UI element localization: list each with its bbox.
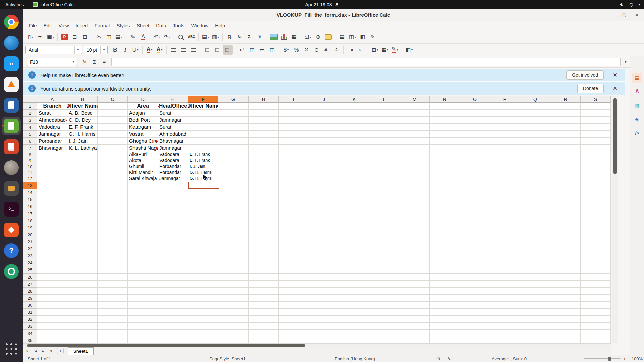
fill-handle[interactable] (217, 187, 219, 190)
copy-button[interactable]: ◫ (104, 32, 114, 42)
cell-A2[interactable]: Surat (37, 110, 67, 117)
software-icon[interactable] (2, 221, 21, 239)
vertical-scrollbar-thumb[interactable] (613, 98, 617, 174)
format-as-number-button[interactable]: 00 (302, 45, 311, 55)
align-left-button[interactable] (169, 45, 178, 55)
select-function-button[interactable]: Σ (90, 58, 99, 66)
cell-B3[interactable]: C. D. Dey (67, 117, 98, 124)
zoom-in-button[interactable]: + (623, 355, 626, 362)
cell-D2[interactable]: Adajan (128, 110, 158, 117)
conditional-formatting-button[interactable]: ◧▾ (404, 45, 414, 55)
cell-E3[interactable]: Jamnagar (158, 117, 188, 124)
insert-comment-button[interactable] (323, 32, 333, 42)
menu-tools[interactable]: Tools (170, 22, 188, 30)
spelling-button[interactable]: ABC (186, 32, 196, 42)
column-header-J[interactable]: J (309, 96, 339, 103)
cell-F8[interactable]: E. F. Frank (188, 152, 218, 158)
column-header-O[interactable]: O (460, 96, 490, 103)
column-header-H[interactable]: H (249, 96, 279, 103)
row-header-1[interactable]: 1 (23, 103, 37, 110)
cell-D6[interactable]: Ghogha Circle (128, 138, 158, 145)
titlebar[interactable]: VLOOKUP_Fill_the_form.xlsx - LibreOffice… (23, 9, 644, 21)
cell-A4[interactable]: Vadodara (37, 124, 67, 131)
cell-D9[interactable]: Akota (128, 158, 158, 164)
delete-decimal-place-button[interactable]: .0- (332, 45, 341, 55)
decrease-indent-button[interactable]: ⇤ (356, 45, 366, 55)
cell-A1[interactable]: Branch (37, 103, 67, 110)
selection-mode-icon[interactable]: ⊞ (436, 355, 440, 362)
column-header-Q[interactable]: Q (520, 96, 550, 103)
cell-E12[interactable]: Jamnagar (158, 176, 188, 182)
row-header-31[interactable]: 31 (23, 309, 37, 316)
print-button[interactable]: ⊟ (70, 32, 79, 42)
insert-special-character-button[interactable]: Ω▾ (303, 32, 313, 42)
menu-edit[interactable]: Edit (40, 22, 55, 30)
select-all-corner[interactable] (23, 96, 37, 103)
average-sum-status[interactable]: Average: ; Sum: 0 (452, 355, 566, 362)
cell-E4[interactable]: Surat (158, 124, 188, 131)
row-header-6[interactable]: 6 (23, 138, 37, 145)
add-sheet-button[interactable]: + (57, 348, 64, 354)
cell-D5[interactable]: Vastral (128, 131, 158, 138)
clone-formatting-button[interactable]: ✎ (128, 32, 138, 42)
styles-icon[interactable]: A (632, 86, 642, 97)
cell-B2[interactable]: A. B. Bose (67, 110, 98, 117)
sort-descending-button[interactable]: Z↓ (245, 32, 255, 42)
row-header-4[interactable]: 4 (23, 124, 37, 131)
navigator-icon[interactable]: ◈ (632, 114, 642, 124)
zoom-thumb[interactable] (608, 357, 611, 361)
power-icon[interactable] (629, 2, 634, 7)
row-header-34[interactable]: 34 (23, 330, 37, 337)
open-button[interactable]: ▱▾ (36, 32, 45, 42)
column-header-N[interactable]: N (430, 96, 460, 103)
wrap-text-button[interactable]: ↵ (237, 45, 247, 55)
cell-A7[interactable]: Bhavnagar (37, 145, 67, 152)
next-sheet-button[interactable]: ▸ (40, 348, 46, 354)
row-header-26[interactable]: 26 (23, 274, 37, 281)
row-header-15[interactable]: 15 (23, 196, 37, 203)
horizontal-scrollbar-thumb[interactable] (27, 344, 305, 347)
zoom-track[interactable] (584, 358, 621, 359)
split-window-button[interactable]: ◧ (358, 32, 367, 42)
calc-icon[interactable] (2, 117, 21, 135)
cell-D7[interactable]: Shashti Nagar (128, 145, 158, 152)
rows-button[interactable]: ▤▾ (201, 32, 210, 42)
cell-A3[interactable]: Ahmedabad (37, 117, 67, 124)
sort-ascending-button[interactable]: A↓ (235, 32, 245, 42)
row-header-7[interactable]: 7 (23, 145, 37, 152)
insert-hyperlink-button[interactable]: ⊕ (313, 32, 323, 42)
help-icon[interactable] (2, 241, 21, 260)
cell-E9[interactable]: Vadodara (158, 158, 188, 164)
menu-insert[interactable]: Insert (72, 22, 91, 30)
cell-E8[interactable]: Vadodara (158, 152, 188, 158)
cell-B7[interactable]: K. L. Lathiya (67, 145, 98, 152)
insert-chart-button[interactable] (279, 32, 289, 42)
row-header-22[interactable]: 22 (23, 245, 37, 252)
menu-view[interactable]: View (55, 22, 72, 30)
row-header-33[interactable]: 33 (23, 323, 37, 330)
row-header-17[interactable]: 17 (23, 210, 37, 217)
autofilter-button[interactable]: ▼ (255, 32, 265, 42)
add-decimal-place-button[interactable]: .0+ (322, 45, 331, 55)
settings-icon[interactable] (2, 262, 21, 281)
chevron-down-icon[interactable]: ▼ (70, 58, 77, 66)
underline-button[interactable]: U▾ (130, 45, 140, 55)
get-involved-button[interactable]: Get involved (566, 70, 604, 80)
expand-formula-bar-icon[interactable]: ▼ (622, 58, 629, 66)
first-sheet-button[interactable]: ⇤ (25, 348, 32, 354)
formula-input[interactable] (111, 58, 621, 66)
volume-icon[interactable] (619, 2, 624, 7)
row-header-21[interactable]: 21 (23, 238, 37, 245)
name-box[interactable]: F13 ▼ (27, 58, 77, 66)
cell-D10[interactable]: Ghumli (128, 164, 158, 170)
cell-D3[interactable]: Bedi Port (128, 117, 158, 124)
redo-button[interactable]: ↷▾ (162, 32, 172, 42)
row-header-8[interactable]: 8 (23, 152, 37, 158)
writer-icon[interactable] (2, 96, 21, 115)
row-header-28[interactable]: 28 (23, 288, 37, 295)
print-preview-button[interactable]: ⊡ (80, 32, 90, 42)
cell-D12[interactable]: Sarai Khwaja (128, 176, 158, 182)
align-bottom-button[interactable] (223, 45, 233, 55)
cell-B4[interactable]: E. F. Frank (67, 124, 98, 131)
close-icon[interactable]: ✕ (610, 84, 620, 93)
